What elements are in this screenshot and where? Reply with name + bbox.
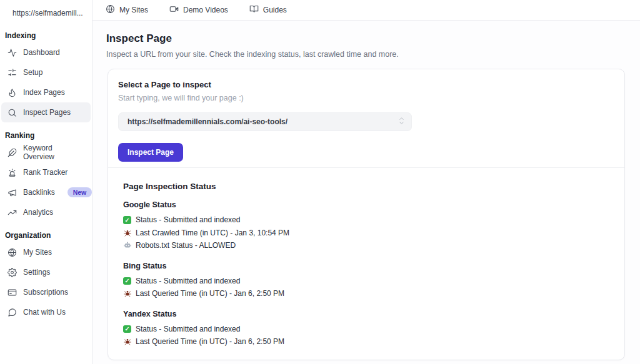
- topbar-item-label: My Sites: [119, 6, 148, 14]
- page-subtitle: Inspect a URL from your site. Check the …: [106, 50, 640, 59]
- sidebar: https://selfmademill... Indexing Dashboa…: [0, 0, 92, 364]
- topbar-item-label: Demo Videos: [183, 6, 228, 14]
- sidebar-item-label: Analytics: [23, 208, 53, 217]
- selected-url: https://selfmademillennials.com/ai-seo-t…: [128, 117, 398, 126]
- globe-icon: [8, 248, 17, 257]
- status-group-yandex: Yandex Status ✓ Status - Submitted and i…: [123, 310, 609, 348]
- sidebar-section-ranking: Ranking: [0, 129, 92, 142]
- inspection-status-panel: Page Inspection Status Google Status ✓ S…: [108, 168, 624, 360]
- status-heading: Page Inspection Status: [123, 182, 609, 191]
- status-text: Robots.txt Status - ALLOWED: [136, 241, 236, 250]
- spider-icon: [123, 290, 131, 298]
- feather-icon: [8, 148, 17, 157]
- sidebar-item-inspect-pages[interactable]: Inspect Pages: [1, 102, 91, 122]
- status-row: Last Queried Time (in UTC) - Jan 6, 2:50…: [123, 287, 609, 300]
- trending-up-icon: [8, 208, 17, 217]
- sidebar-item-label: Dashboard: [23, 48, 60, 57]
- sidebar-item-label: Backlinks: [23, 188, 55, 197]
- sliders-icon: [8, 68, 17, 77]
- sidebar-item-label: Subscriptions: [23, 288, 68, 297]
- flame-icon: [8, 88, 17, 97]
- status-text: Status - Submitted and indexed: [136, 215, 240, 224]
- sidebar-section-indexing: Indexing: [0, 29, 92, 42]
- sidebar-item-dashboard[interactable]: Dashboard: [1, 42, 91, 62]
- form-hint: Start typing, we will find your page :): [118, 94, 614, 102]
- topbar-item-my-sites[interactable]: My Sites: [106, 4, 148, 16]
- sidebar-item-chat[interactable]: Chat with Us: [1, 302, 91, 322]
- activity-icon: [8, 48, 17, 57]
- spider-icon: [123, 338, 131, 346]
- sidebar-item-label: Settings: [23, 268, 50, 277]
- check-icon: ✓: [123, 325, 131, 333]
- site-switcher[interactable]: https://selfmademill...: [0, 4, 92, 22]
- status-group-google: Google Status ✓ Status - Submitted and i…: [123, 200, 609, 252]
- search-icon: [8, 108, 17, 117]
- check-icon: ✓: [123, 216, 131, 224]
- select-stepper-icon: [398, 116, 405, 127]
- topbar-item-guides[interactable]: Guides: [249, 4, 287, 16]
- inspect-page-button[interactable]: Inspect Page: [118, 143, 183, 162]
- sidebar-item-subscriptions[interactable]: Subscriptions: [1, 282, 91, 302]
- credit-card-icon: [8, 288, 17, 297]
- siren-icon: [8, 168, 17, 177]
- status-row: Robots.txt Status - ALLOWED: [123, 239, 609, 252]
- sidebar-item-my-sites[interactable]: My Sites: [1, 242, 91, 262]
- sidebar-item-label: My Sites: [23, 248, 52, 257]
- spider-icon: [123, 229, 131, 237]
- sidebar-item-label: Inspect Pages: [23, 108, 71, 117]
- sidebar-item-label: Chat with Us: [23, 308, 66, 317]
- status-group-bing: Bing Status ✓ Status - Submitted and ind…: [123, 262, 609, 300]
- robot-icon: [123, 242, 131, 250]
- status-row: ✓ Status - Submitted and indexed: [123, 214, 609, 227]
- sidebar-item-label: Rank Tracker: [23, 168, 68, 177]
- group-title: Yandex Status: [123, 310, 609, 318]
- page-title: Inspect Page: [106, 32, 640, 45]
- topbar-item-label: Guides: [263, 6, 287, 14]
- page-url-select[interactable]: https://selfmademillennials.com/ai-seo-t…: [118, 112, 412, 131]
- sidebar-section-organization: Organization: [0, 229, 92, 242]
- video-camera-icon: [169, 4, 179, 16]
- globe-icon: [106, 4, 115, 16]
- group-title: Bing Status: [123, 262, 609, 270]
- megaphone-icon: [8, 188, 17, 197]
- main-content: Inspect Page Inspect a URL from your sit…: [92, 21, 640, 364]
- sidebar-item-label: Setup: [23, 68, 42, 77]
- status-text: Last Queried Time (in UTC) - Jan 6, 2:50…: [136, 337, 284, 346]
- sidebar-item-label: Index Pages: [23, 88, 65, 97]
- topbar-item-demo-videos[interactable]: Demo Videos: [169, 4, 228, 16]
- status-row: Last Queried Time (in UTC) - Jan 6, 2:50…: [123, 335, 609, 348]
- status-text: Status - Submitted and indexed: [136, 325, 240, 333]
- new-badge: New: [68, 187, 92, 197]
- topbar: My Sites Demo Videos Guides: [92, 0, 640, 21]
- book-open-icon: [249, 4, 259, 16]
- sidebar-item-setup[interactable]: Setup: [1, 62, 91, 82]
- sidebar-item-settings[interactable]: Settings: [1, 262, 91, 282]
- status-text: Last Queried Time (in UTC) - Jan 6, 2:50…: [136, 289, 284, 298]
- status-text: Last Crawled Time (in UTC) - Jan 3, 10:5…: [136, 229, 289, 237]
- group-title: Google Status: [123, 200, 609, 209]
- sidebar-item-rank-tracker[interactable]: Rank Tracker: [1, 162, 91, 182]
- check-icon: ✓: [123, 277, 131, 285]
- status-row: ✓ Status - Submitted and indexed: [123, 275, 609, 288]
- sidebar-item-label: Keyword Overview: [23, 144, 86, 161]
- sidebar-item-keyword-overview[interactable]: Keyword Overview: [1, 142, 91, 162]
- status-row: Last Crawled Time (in UTC) - Jan 3, 10:5…: [123, 227, 609, 240]
- sidebar-item-analytics[interactable]: Analytics: [1, 202, 91, 222]
- gear-icon: [8, 268, 17, 277]
- form-heading: Select a Page to inspect: [118, 80, 614, 89]
- status-text: Status - Submitted and indexed: [136, 277, 240, 285]
- status-row: ✓ Status - Submitted and indexed: [123, 323, 609, 336]
- chat-bubble-icon: [8, 308, 17, 317]
- sidebar-item-backlinks[interactable]: Backlinks New: [1, 182, 91, 202]
- sidebar-item-index-pages[interactable]: Index Pages: [1, 82, 91, 102]
- inspect-card: Select a Page to inspect Start typing, w…: [108, 69, 625, 360]
